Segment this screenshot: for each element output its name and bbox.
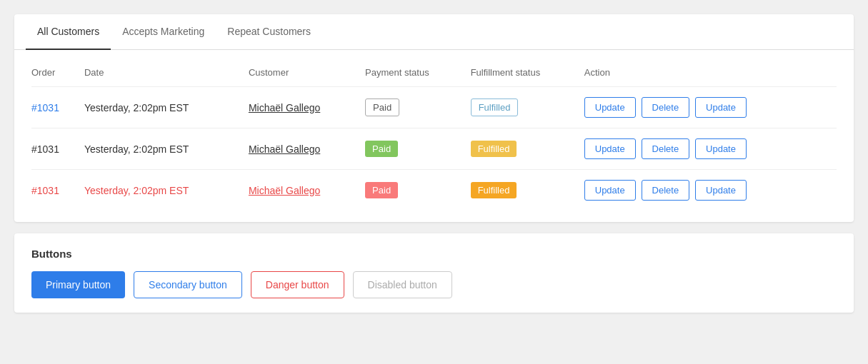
col-fulfillment: Fulfillment status <box>471 61 584 87</box>
actions-cell: Update Delete Update <box>584 170 837 211</box>
update-button-2b[interactable]: Update <box>695 138 747 159</box>
danger-button[interactable]: Danger button <box>251 271 344 298</box>
update-button-1a[interactable]: Update <box>584 97 636 118</box>
disabled-button: Disabled button <box>353 271 452 298</box>
tab-repeat-customers[interactable]: Repeat Customers <box>216 14 322 50</box>
payment-badge: Paid <box>365 182 398 198</box>
tabs-container: All Customers Accepts Marketing Repeat C… <box>14 14 854 50</box>
order-link-red[interactable]: #1031 <box>31 185 59 196</box>
order-text: #1031 <box>31 143 59 155</box>
update-button-1b[interactable]: Update <box>695 97 747 118</box>
secondary-button[interactable]: Secondary button <box>134 271 242 298</box>
buttons-section: Buttons Primary button Secondary button … <box>14 233 854 313</box>
customers-card: All Customers Accepts Marketing Repeat C… <box>14 14 854 222</box>
buttons-title: Buttons <box>31 248 837 260</box>
col-order: Order <box>31 61 84 87</box>
update-button-2a[interactable]: Update <box>584 138 636 159</box>
tab-all-customers[interactable]: All Customers <box>26 14 111 50</box>
delete-button-3[interactable]: Delete <box>642 180 690 201</box>
customer-link[interactable]: Michaël Gallego <box>249 143 320 155</box>
table-row: #1031 Yesterday, 2:02pm EST Michaël Gall… <box>31 87 837 128</box>
update-button-3b[interactable]: Update <box>695 180 747 201</box>
date-cell: Yesterday, 2:02pm EST <box>84 87 249 128</box>
payment-badge: Paid <box>365 98 399 116</box>
customer-link[interactable]: Michaël Gallego <box>249 102 320 113</box>
buttons-card: Buttons Primary button Secondary button … <box>14 233 854 313</box>
table-row: #1031 Yesterday, 2:02pm EST Michaël Gall… <box>31 170 837 211</box>
delete-button-2[interactable]: Delete <box>642 138 690 159</box>
primary-button[interactable]: Primary button <box>31 271 125 298</box>
fulfillment-badge: Fulfilled <box>471 98 519 116</box>
buttons-row: Primary button Secondary button Danger b… <box>31 271 837 298</box>
fulfillment-badge: Fulfilled <box>471 182 517 198</box>
date-cell: Yesterday, 2:02pm EST <box>84 128 249 170</box>
order-link[interactable]: #1031 <box>31 102 59 113</box>
col-payment: Payment status <box>365 61 471 87</box>
customers-table: Order Date Customer Payment status Fulfi… <box>31 61 837 211</box>
col-customer: Customer <box>249 61 365 87</box>
delete-button-1[interactable]: Delete <box>642 97 690 118</box>
date-cell-red: Yesterday, 2:02pm EST <box>84 170 249 211</box>
actions-cell: Update Delete Update <box>584 87 837 128</box>
customer-link-red[interactable]: Michaël Gallego <box>249 185 320 196</box>
tab-accepts-marketing[interactable]: Accepts Marketing <box>111 14 216 50</box>
table-row: #1031 Yesterday, 2:02pm EST Michaël Gall… <box>31 128 837 170</box>
col-action: Action <box>584 61 837 87</box>
fulfillment-badge: Fulfilled <box>471 141 517 157</box>
col-date: Date <box>84 61 249 87</box>
update-button-3a[interactable]: Update <box>584 180 636 201</box>
table-container: Order Date Customer Payment status Fulfi… <box>14 50 854 222</box>
actions-cell: Update Delete Update <box>584 128 837 170</box>
payment-badge: Paid <box>365 141 398 157</box>
